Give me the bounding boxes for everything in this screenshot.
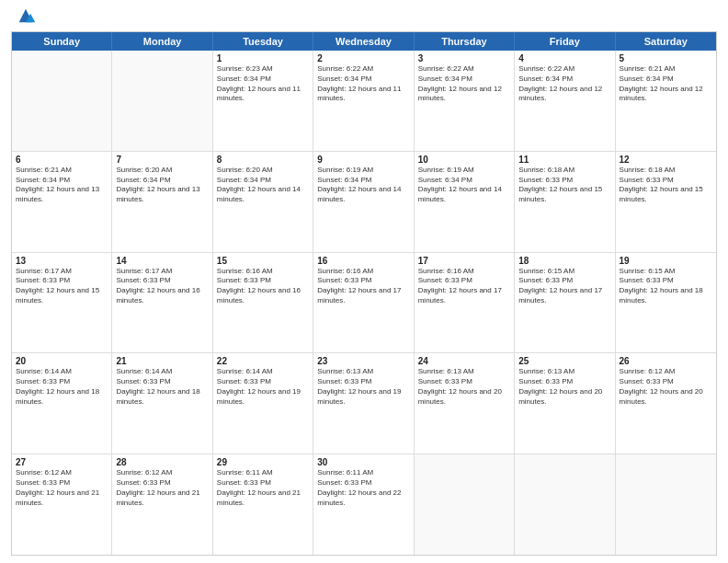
day-cell-17: 17Sunrise: 6:16 AM Sunset: 6:33 PM Dayli…	[415, 253, 515, 353]
day-cell-7: 7Sunrise: 6:20 AM Sunset: 6:34 PM Daylig…	[112, 152, 212, 252]
day-cell-9: 9Sunrise: 6:19 AM Sunset: 6:34 PM Daylig…	[313, 152, 414, 252]
day-info: Sunrise: 6:20 AM Sunset: 6:34 PM Dayligh…	[217, 166, 309, 205]
day-number: 26	[620, 356, 712, 366]
day-cell-11: 11Sunrise: 6:18 AM Sunset: 6:33 PM Dayli…	[515, 152, 615, 252]
day-cell-16: 16Sunrise: 6:16 AM Sunset: 6:33 PM Dayli…	[313, 253, 414, 353]
day-info: Sunrise: 6:12 AM Sunset: 6:33 PM Dayligh…	[620, 367, 712, 407]
day-cell-15: 15Sunrise: 6:16 AM Sunset: 6:33 PM Dayli…	[213, 253, 313, 353]
header-day-thursday: Thursday	[415, 32, 515, 51]
calendar: SundayMondayTuesdayWednesdayThursdayFrid…	[11, 31, 717, 556]
day-info: Sunrise: 6:14 AM Sunset: 6:33 PM Dayligh…	[116, 367, 208, 407]
logo-icon	[16, 6, 36, 26]
day-info: Sunrise: 6:22 AM Sunset: 6:34 PM Dayligh…	[418, 64, 510, 104]
calendar-row-4: 20Sunrise: 6:14 AM Sunset: 6:33 PM Dayli…	[12, 353, 716, 454]
day-number: 28	[116, 457, 208, 467]
day-number: 22	[217, 356, 309, 366]
calendar-row-5: 27Sunrise: 6:12 AM Sunset: 6:33 PM Dayli…	[12, 454, 716, 555]
day-number: 12	[620, 155, 712, 165]
day-number: 9	[317, 155, 409, 165]
empty-cell	[415, 454, 515, 555]
day-cell-22: 22Sunrise: 6:14 AM Sunset: 6:33 PM Dayli…	[213, 353, 313, 454]
day-number: 17	[418, 256, 510, 266]
day-number: 10	[418, 155, 510, 165]
day-number: 2	[317, 53, 409, 63]
day-cell-24: 24Sunrise: 6:13 AM Sunset: 6:33 PM Dayli…	[415, 353, 515, 454]
day-number: 30	[317, 457, 409, 467]
header-day-saturday: Saturday	[616, 32, 716, 51]
day-info: Sunrise: 6:16 AM Sunset: 6:33 PM Dayligh…	[317, 267, 409, 306]
day-cell-25: 25Sunrise: 6:13 AM Sunset: 6:33 PM Dayli…	[515, 353, 615, 454]
day-number: 3	[418, 53, 510, 63]
day-number: 4	[518, 53, 610, 63]
day-cell-10: 10Sunrise: 6:19 AM Sunset: 6:34 PM Dayli…	[415, 152, 515, 252]
calendar-header: SundayMondayTuesdayWednesdayThursdayFrid…	[12, 32, 716, 51]
day-cell-1: 1Sunrise: 6:23 AM Sunset: 6:34 PM Daylig…	[213, 51, 313, 151]
day-number: 13	[16, 256, 108, 266]
day-number: 20	[16, 356, 108, 366]
day-info: Sunrise: 6:11 AM Sunset: 6:33 PM Dayligh…	[317, 468, 409, 508]
logo	[11, 9, 36, 26]
day-info: Sunrise: 6:18 AM Sunset: 6:33 PM Dayligh…	[518, 166, 610, 205]
day-cell-14: 14Sunrise: 6:17 AM Sunset: 6:33 PM Dayli…	[112, 253, 212, 353]
day-number: 29	[217, 457, 309, 467]
day-cell-18: 18Sunrise: 6:15 AM Sunset: 6:33 PM Dayli…	[515, 253, 615, 353]
day-info: Sunrise: 6:14 AM Sunset: 6:33 PM Dayligh…	[217, 367, 309, 407]
day-info: Sunrise: 6:16 AM Sunset: 6:33 PM Dayligh…	[217, 267, 309, 306]
day-number: 7	[116, 155, 208, 165]
day-cell-13: 13Sunrise: 6:17 AM Sunset: 6:33 PM Dayli…	[12, 253, 112, 353]
day-info: Sunrise: 6:15 AM Sunset: 6:33 PM Dayligh…	[620, 267, 712, 306]
page: SundayMondayTuesdayWednesdayThursdayFrid…	[0, 0, 728, 563]
day-number: 6	[16, 155, 108, 165]
day-number: 18	[518, 256, 610, 266]
day-info: Sunrise: 6:12 AM Sunset: 6:33 PM Dayligh…	[116, 468, 208, 508]
day-info: Sunrise: 6:19 AM Sunset: 6:34 PM Dayligh…	[418, 166, 510, 205]
day-cell-29: 29Sunrise: 6:11 AM Sunset: 6:33 PM Dayli…	[213, 454, 313, 555]
day-info: Sunrise: 6:13 AM Sunset: 6:33 PM Dayligh…	[418, 367, 510, 407]
day-number: 16	[317, 256, 409, 266]
day-cell-23: 23Sunrise: 6:13 AM Sunset: 6:33 PM Dayli…	[313, 353, 414, 454]
day-number: 24	[418, 356, 510, 366]
day-info: Sunrise: 6:15 AM Sunset: 6:33 PM Dayligh…	[518, 267, 610, 306]
day-cell-19: 19Sunrise: 6:15 AM Sunset: 6:33 PM Dayli…	[616, 253, 716, 353]
day-number: 11	[518, 155, 610, 165]
day-info: Sunrise: 6:13 AM Sunset: 6:33 PM Dayligh…	[317, 367, 409, 407]
day-info: Sunrise: 6:13 AM Sunset: 6:33 PM Dayligh…	[518, 367, 610, 407]
day-cell-5: 5Sunrise: 6:21 AM Sunset: 6:34 PM Daylig…	[616, 51, 716, 151]
day-cell-28: 28Sunrise: 6:12 AM Sunset: 6:33 PM Dayli…	[112, 454, 212, 555]
day-info: Sunrise: 6:16 AM Sunset: 6:33 PM Dayligh…	[418, 267, 510, 306]
day-number: 5	[620, 53, 712, 63]
calendar-body: 1Sunrise: 6:23 AM Sunset: 6:34 PM Daylig…	[12, 51, 716, 555]
day-number: 27	[16, 457, 108, 467]
day-cell-2: 2Sunrise: 6:22 AM Sunset: 6:34 PM Daylig…	[313, 51, 414, 151]
day-number: 25	[518, 356, 610, 366]
header-day-sunday: Sunday	[12, 32, 112, 51]
day-info: Sunrise: 6:21 AM Sunset: 6:34 PM Dayligh…	[620, 64, 712, 104]
day-number: 8	[217, 155, 309, 165]
day-info: Sunrise: 6:22 AM Sunset: 6:34 PM Dayligh…	[518, 64, 610, 104]
day-info: Sunrise: 6:14 AM Sunset: 6:33 PM Dayligh…	[16, 367, 108, 407]
day-cell-21: 21Sunrise: 6:14 AM Sunset: 6:33 PM Dayli…	[112, 353, 212, 454]
day-cell-26: 26Sunrise: 6:12 AM Sunset: 6:33 PM Dayli…	[616, 353, 716, 454]
day-cell-12: 12Sunrise: 6:18 AM Sunset: 6:33 PM Dayli…	[616, 152, 716, 252]
day-cell-6: 6Sunrise: 6:21 AM Sunset: 6:34 PM Daylig…	[12, 152, 112, 252]
day-cell-4: 4Sunrise: 6:22 AM Sunset: 6:34 PM Daylig…	[515, 51, 615, 151]
day-number: 14	[116, 256, 208, 266]
day-number: 15	[217, 256, 309, 266]
day-number: 19	[620, 256, 712, 266]
day-number: 23	[317, 356, 409, 366]
header	[11, 9, 717, 26]
header-day-wednesday: Wednesday	[313, 32, 414, 51]
day-cell-20: 20Sunrise: 6:14 AM Sunset: 6:33 PM Dayli…	[12, 353, 112, 454]
header-day-monday: Monday	[112, 32, 212, 51]
day-cell-3: 3Sunrise: 6:22 AM Sunset: 6:34 PM Daylig…	[415, 51, 515, 151]
day-info: Sunrise: 6:19 AM Sunset: 6:34 PM Dayligh…	[317, 166, 409, 205]
day-info: Sunrise: 6:18 AM Sunset: 6:33 PM Dayligh…	[620, 166, 712, 205]
empty-cell	[616, 454, 716, 555]
day-number: 1	[217, 53, 309, 63]
day-cell-27: 27Sunrise: 6:12 AM Sunset: 6:33 PM Dayli…	[12, 454, 112, 555]
day-info: Sunrise: 6:17 AM Sunset: 6:33 PM Dayligh…	[16, 267, 108, 306]
header-day-tuesday: Tuesday	[213, 32, 313, 51]
day-number: 21	[116, 356, 208, 366]
day-info: Sunrise: 6:20 AM Sunset: 6:34 PM Dayligh…	[116, 166, 208, 205]
day-info: Sunrise: 6:21 AM Sunset: 6:34 PM Dayligh…	[16, 166, 108, 205]
